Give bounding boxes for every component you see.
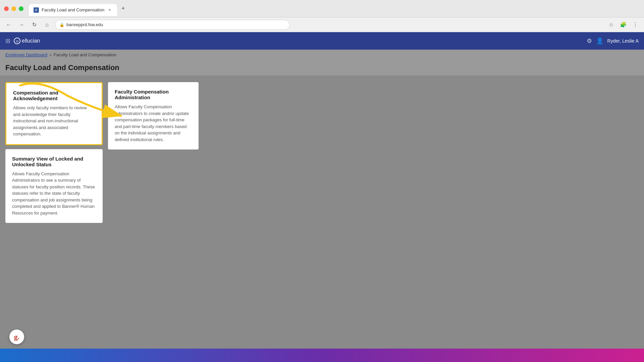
card2-title: Summary View of Locked and Unlocked Stat… bbox=[12, 156, 96, 167]
new-tab-button[interactable]: + bbox=[118, 4, 128, 13]
footer-gradient bbox=[0, 349, 644, 362]
breadcrumb-bar: Employee Dashboard » Faculty Load and Co… bbox=[0, 50, 644, 60]
summary-locked-status-card[interactable]: Summary View of Locked and Unlocked Stat… bbox=[5, 149, 103, 223]
close-button[interactable] bbox=[4, 6, 9, 11]
ellucian-logo: ◎ ellucian bbox=[14, 38, 40, 44]
card3-title: Faculty Compensation Administration bbox=[115, 89, 192, 100]
faculty-compensation-admin-card[interactable]: Faculty Compensation Administration Allo… bbox=[108, 82, 199, 149]
card-col-right: Faculty Compensation Administration Allo… bbox=[108, 82, 199, 223]
address-text: banxepprd.fsw.edu bbox=[66, 22, 103, 27]
extension-icon[interactable]: 🧩 bbox=[619, 20, 628, 29]
titlebar: F Faculty Load and Compensation ✕ + bbox=[0, 0, 644, 17]
grid-icon[interactable]: ⊞ bbox=[5, 37, 10, 45]
reload-button[interactable]: ↻ bbox=[30, 20, 39, 29]
header-right: ⚙ 👤 Ryder, Leslie A bbox=[587, 37, 639, 45]
cards-container: Compensation and Acknowledgement Allows … bbox=[5, 82, 639, 223]
menu-icon[interactable]: ⋮ bbox=[631, 20, 640, 29]
settings-icon[interactable]: ⚙ bbox=[587, 37, 592, 45]
tab-bar: F Faculty Load and Compensation ✕ + bbox=[29, 0, 128, 17]
user-icon[interactable]: 👤 bbox=[596, 37, 603, 45]
bookmark-icon[interactable]: ☆ bbox=[606, 20, 616, 29]
breadcrumb-current: Faculty Load and Compensation bbox=[54, 52, 116, 57]
nav-right: ☆ 🧩 ⋮ bbox=[606, 20, 640, 29]
compensation-acknowledgement-card[interactable]: Compensation and Acknowledgement Allows … bbox=[5, 82, 103, 145]
address-bar[interactable]: 🔒 banxepprd.fsw.edu bbox=[55, 20, 290, 30]
breadcrumb-separator: » bbox=[49, 53, 52, 57]
maximize-button[interactable] bbox=[19, 6, 23, 11]
breadcrumb-home-link[interactable]: Employee Dashboard bbox=[5, 52, 47, 57]
minimize-button[interactable] bbox=[11, 6, 16, 11]
home-button[interactable]: ⌂ bbox=[42, 20, 52, 29]
nav-bar: ← → ↻ ⌂ 🔒 banxepprd.fsw.edu ☆ 🧩 ⋮ bbox=[0, 17, 644, 32]
back-button[interactable]: ← bbox=[4, 20, 13, 29]
card3-desc: Allows Faculty Compensation Administrato… bbox=[115, 104, 192, 143]
forward-button[interactable]: → bbox=[17, 20, 26, 29]
lock-icon: 🔒 bbox=[59, 22, 64, 27]
ellucian-text: ellucian bbox=[22, 38, 40, 44]
traffic-lights bbox=[4, 6, 23, 11]
header-left: ⊞ ◎ ellucian bbox=[5, 37, 40, 45]
main-content: Compensation and Acknowledgement Allows … bbox=[0, 75, 644, 361]
tab-title: Faculty Load and Compensation bbox=[42, 7, 104, 12]
app-header: ⊞ ◎ ellucian ⚙ 👤 Ryder, Leslie A bbox=[0, 32, 644, 50]
card1-desc: Allows only faculty members to review an… bbox=[13, 105, 95, 137]
active-tab[interactable]: F Faculty Load and Compensation ✕ bbox=[29, 4, 117, 16]
page-title: Faculty Load and Compensation bbox=[5, 63, 639, 72]
card2-desc: Allows Faculty Compensation Administrato… bbox=[12, 171, 96, 217]
page-title-bar: Faculty Load and Compensation bbox=[0, 60, 644, 75]
user-name: Ryder, Leslie A bbox=[607, 38, 639, 44]
card1-title: Compensation and Acknowledgement bbox=[13, 90, 95, 101]
card-col-left: Compensation and Acknowledgement Allows … bbox=[5, 82, 103, 223]
tab-close-button[interactable]: ✕ bbox=[107, 7, 112, 13]
grammarly-icon[interactable]: g. bbox=[9, 329, 24, 344]
tab-favicon: F bbox=[34, 7, 39, 13]
ellucian-circle-icon: ◎ bbox=[14, 38, 20, 44]
